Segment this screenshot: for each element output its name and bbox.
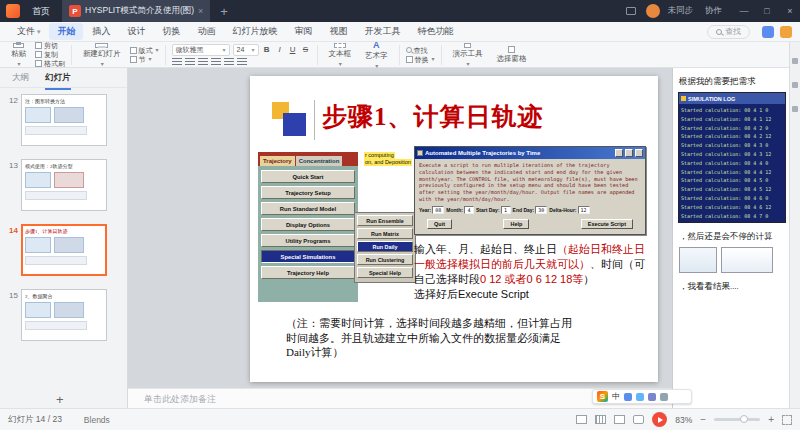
- slide-thumbnail[interactable]: 13 模式使用：2轨迹分型: [2, 159, 123, 211]
- bullet-list-icon[interactable]: [172, 58, 182, 66]
- ime-emoji-icon[interactable]: [636, 393, 644, 401]
- ime-punctuation-icon[interactable]: [624, 393, 632, 401]
- current-slide[interactable]: 步骤1、计算日轨迹 Trajectory Concentration r com…: [250, 76, 658, 382]
- slide-canvas[interactable]: 步骤1、计算日轨迹 Trajectory Concentration r com…: [128, 68, 672, 388]
- dialog-button: Help: [503, 219, 529, 229]
- zoom-slider-knob[interactable]: [740, 415, 748, 423]
- align-center-icon[interactable]: [211, 58, 221, 66]
- zoom-in-button[interactable]: +: [768, 414, 774, 425]
- right-slide-text: 根据我的需要把需求: [679, 76, 787, 88]
- ribbon-tab[interactable]: 视图: [321, 23, 355, 40]
- ribbon-tab[interactable]: 开始: [49, 23, 83, 40]
- align-left-icon[interactable]: [198, 58, 208, 66]
- notes-area[interactable]: 单击此处添加备注: [128, 388, 672, 408]
- cut-button[interactable]: 剪切: [35, 42, 65, 49]
- textbox-button[interactable]: 文本框: [324, 43, 357, 67]
- zoom-slider[interactable]: [714, 418, 760, 421]
- outline-tab[interactable]: 大纲: [12, 72, 29, 84]
- play-slideshow-button[interactable]: [652, 412, 667, 427]
- format-painter-button[interactable]: 格式刷: [35, 60, 65, 67]
- bold-button[interactable]: B: [262, 45, 272, 54]
- ime-toolbar[interactable]: S 中: [592, 389, 692, 404]
- replace-button[interactable]: 替换: [406, 56, 435, 63]
- search-label: 查找: [725, 26, 741, 37]
- thumbnail-block: [54, 172, 84, 188]
- fit-to-window-icon[interactable]: [782, 415, 792, 425]
- document-tab[interactable]: P HYSPLIT模式简介及使用(图) ×: [62, 0, 210, 22]
- new-slide-button[interactable]: 新建幻灯片: [78, 43, 126, 67]
- slide-thumbnail-preview[interactable]: 注：图形转换方法: [21, 94, 107, 146]
- italic-button[interactable]: I: [275, 45, 285, 54]
- selection-pane-button[interactable]: 选择窗格: [492, 43, 532, 67]
- normal-view-icon[interactable]: [595, 415, 606, 424]
- slide-body-text[interactable]: 输入年、月、起始日、终止日（起始日和终止日一般选择模拟日的前后几天就可以）、时间…: [414, 242, 652, 302]
- notification-icon[interactable]: [780, 26, 792, 38]
- user-avatar[interactable]: [646, 4, 660, 18]
- font-select[interactable]: 微软雅黑: [172, 44, 230, 56]
- slide-thumbnail-preview[interactable]: 步骤1、计算日轨迹: [21, 224, 107, 276]
- font-size-select[interactable]: 24: [233, 44, 259, 56]
- collaborate-button[interactable]: 协作: [705, 5, 722, 17]
- wordart-button[interactable]: A艺术字: [360, 43, 393, 67]
- ribbon-tab[interactable]: 动画: [189, 23, 223, 40]
- slide-title[interactable]: 步骤1、计算日轨迹: [322, 100, 544, 133]
- properties-icon[interactable]: [792, 58, 798, 64]
- ime-toolbox-icon[interactable]: [660, 393, 668, 401]
- presentation-tools-button[interactable]: 演示工具: [448, 43, 488, 67]
- sync-status[interactable]: 未同步: [668, 5, 694, 17]
- zoom-out-button[interactable]: −: [700, 414, 706, 425]
- slide-sorter-view-icon[interactable]: [614, 415, 625, 424]
- message-icon[interactable]: [626, 7, 636, 15]
- search-box[interactable]: 查找: [707, 25, 750, 39]
- animation-pane-icon[interactable]: [792, 106, 798, 112]
- slide-thumbnail-preview[interactable]: 2、数据聚合: [21, 289, 107, 341]
- sogou-logo-icon[interactable]: S: [597, 391, 608, 402]
- dialog-minimize-icon: [615, 149, 623, 157]
- paste-button[interactable]: 粘贴: [6, 43, 31, 67]
- hysplit-menu-item: Trajectory Help: [261, 266, 355, 279]
- home-tab[interactable]: 首页: [23, 0, 59, 22]
- strikethrough-button[interactable]: S: [301, 45, 311, 54]
- text-line: 选择好后Execute Script: [414, 287, 652, 302]
- slide-thumbnail-preview[interactable]: 模式使用：2轨迹分型: [21, 159, 107, 211]
- wps-logo-icon[interactable]: [6, 4, 20, 18]
- comments-icon[interactable]: [792, 82, 798, 88]
- theme-name[interactable]: Blends: [84, 415, 110, 425]
- ribbon-tab[interactable]: 幻灯片放映: [224, 23, 285, 40]
- minimize-button[interactable]: —: [734, 0, 754, 22]
- slide-thumbnail[interactable]: 12 注：图形转换方法: [2, 94, 123, 146]
- hysplit-menu-screenshot[interactable]: Trajectory Concentration r computing on,…: [258, 152, 418, 302]
- copy-button[interactable]: 复制: [35, 51, 65, 58]
- zoom-level[interactable]: 83%: [675, 415, 692, 425]
- file-menu[interactable]: 文件: [8, 25, 49, 38]
- hysplit-menu-item: Trajectory Setup: [261, 186, 355, 199]
- maximize-button[interactable]: □: [757, 0, 777, 22]
- add-slide-button[interactable]: +: [56, 392, 64, 407]
- ime-keyboard-icon[interactable]: [648, 393, 656, 401]
- ribbon-tab[interactable]: 开发工具: [356, 23, 408, 40]
- ribbon-tab[interactable]: 插入: [84, 23, 118, 40]
- ribbon-tab[interactable]: 设计: [119, 23, 153, 40]
- ribbon-tab[interactable]: 切换: [154, 23, 188, 40]
- ribbon-tab[interactable]: 特色功能: [409, 23, 461, 40]
- numbered-list-icon[interactable]: [185, 58, 195, 66]
- ime-language-mode[interactable]: 中: [612, 391, 620, 402]
- align-right-icon[interactable]: [224, 58, 234, 66]
- cloud-icon[interactable]: [762, 26, 774, 38]
- slides-tab[interactable]: 幻灯片: [45, 72, 71, 84]
- notes-toggle-icon[interactable]: [576, 415, 587, 424]
- new-tab-button[interactable]: +: [213, 4, 235, 19]
- reading-view-icon[interactable]: [633, 415, 644, 424]
- slide-thumbnail[interactable]: 14 步骤1、计算日轨迹: [2, 224, 123, 276]
- tab-close-icon[interactable]: ×: [198, 6, 203, 16]
- ribbon-tab[interactable]: 审阅: [286, 23, 320, 40]
- section-button[interactable]: 节: [130, 56, 159, 63]
- find-button[interactable]: 查找: [406, 47, 435, 54]
- layout-button[interactable]: 版式: [130, 47, 159, 54]
- slide-note-text[interactable]: （注：需要时间计算，选择时间段越多越精细，但计算占用时间越多。并且轨迹建立中所输…: [286, 316, 578, 360]
- line-spacing-icon[interactable]: [237, 58, 247, 66]
- underline-button[interactable]: U: [288, 45, 298, 54]
- slide-thumbnail[interactable]: 15 2、数据聚合: [2, 289, 123, 341]
- close-button[interactable]: ×: [780, 0, 800, 22]
- trajectory-dialog-screenshot[interactable]: Automated Multiple Trajectories by Time …: [414, 146, 646, 235]
